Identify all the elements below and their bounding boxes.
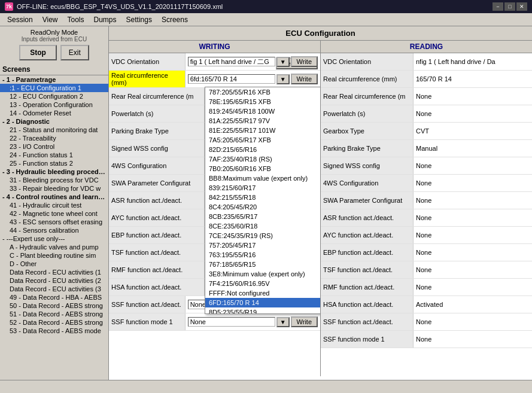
tree-item-4-control[interactable]: - 4 - Control routines and learning c — [0, 193, 108, 201]
tree-item-44-sensors-cal[interactable]: 44 - Sensors calibration — [0, 226, 108, 234]
tree-item-43-esc-sensors[interactable]: 43 - ESC sensors offset erasing — [0, 218, 108, 226]
tree-item-33-repair-bleeding[interactable]: 33 - Repair bleeding for VDC w — [0, 184, 108, 193]
writing-field-row-vdc-orientation: VDC Orientation▼Write — [109, 53, 320, 71]
dropdown-item-12[interactable]: 8C4:205/45/R20 — [205, 202, 321, 212]
writing-field-label-parking-brake: Parking Brake Type — [109, 123, 205, 139]
tree-item-42-magnetic[interactable]: 42 - Magnetic tone wheel cont — [0, 209, 108, 218]
tree-item-1-ecu-config-1[interactable]: :1 - ECU Configuration 1 — [0, 84, 108, 92]
dropdown-item-8[interactable]: 7B0:205/60/R16 XFB — [205, 164, 321, 173]
reading-field-label-r-powerlatch: Powerlatch (s) — [321, 105, 414, 122]
menu-dumps[interactable]: Dumps — [89, 14, 121, 25]
reading-field-label-r-real-circumference: Real circumference (mm) — [321, 71, 414, 87]
dropdown-item-1[interactable]: 78E:195/65/R15 XFB — [205, 97, 321, 106]
menu-settings[interactable]: Settings — [121, 14, 157, 25]
tree-item-D-other[interactable]: D - Other — [0, 260, 108, 268]
tree-container: - 1 - Parametrage:1 - ECU Configuration … — [0, 75, 108, 335]
menu-view[interactable]: View — [38, 14, 63, 25]
dropdown-item-2[interactable]: 819:245/45/R18 100W — [205, 106, 321, 116]
writing-input-real-circumference[interactable] — [188, 74, 275, 84]
reading-field-row-r-signed-wss: Signed WSS configNone — [321, 157, 532, 175]
menu-tools[interactable]: Tools — [63, 14, 89, 25]
writing-field-label-4ws-config: 4WS Configuration — [109, 157, 205, 174]
writing-input-ssf-function-mode[interactable] — [188, 317, 275, 327]
tree-item-52-data-aebs[interactable]: 52 - Data Record - AEBS strong — [0, 318, 108, 327]
dropdown-item-15[interactable]: 7CE:245/35/R19 (RS) — [205, 231, 321, 240]
tree-item-51-data-aebs[interactable]: 51 - Data Record - AEBS strong — [0, 310, 108, 318]
tree-item-49-data-hba[interactable]: 49 - Data Record - HBA - AEBS — [0, 293, 108, 301]
tree-item-C-plant[interactable]: C - Plant bleeding routine sim — [0, 251, 108, 260]
writing-input-vdc-orientation[interactable] — [188, 57, 275, 66]
dropdown-item-10[interactable]: 839:215/60/R17 — [205, 183, 321, 193]
tree-item-13-operation-config[interactable]: 13 - Operation Configuration — [0, 100, 108, 109]
dropdown-arrow-vdc-orientation[interactable]: ▼ — [276, 57, 290, 67]
tree-item-data-ecu-1[interactable]: Data Record - ECU activities (1 — [0, 268, 108, 276]
stop-button[interactable]: Stop — [19, 45, 57, 60]
dropdown-item-17[interactable]: 763:195/55/R16 — [205, 250, 321, 260]
menu-session[interactable]: Session — [2, 14, 38, 25]
dropdown-item-5[interactable]: 7A5:205/65/R17 XFB — [205, 135, 321, 145]
tree-item-50-data-aebs[interactable]: 50 - Data Record - AEBS strong — [0, 301, 108, 310]
reading-field-row-r-asr-function: ASR function act./deact.None — [321, 209, 532, 227]
dropdown-item-3[interactable]: 81A:225/55/R17 97V — [205, 116, 321, 126]
tree-item-25-function-status-2[interactable]: 25 - Function status 2 — [0, 159, 108, 167]
writing-field-row-real-circumference: Real circumference (mm)▼Write — [109, 71, 320, 88]
dropdown-arrow-ssf-function-mode[interactable]: ▼ — [276, 317, 290, 327]
reading-fields: VDC Orientationnfig 1 ( Left hand drive … — [321, 53, 532, 348]
reading-field-row-r-swa-param: SWA Parameter ConfiguratNone — [321, 192, 532, 209]
tree-item-data-ecu-3[interactable]: Data Record - ECU activities (3 — [0, 285, 108, 293]
dropdown-item-4[interactable]: 81E:225/55/R17 101W — [205, 126, 321, 135]
tree-item-41-hydraulic[interactable]: 41 - Hydraulic circuit test — [0, 201, 108, 209]
reading-field-row-r-hsa-function: HSA function act./deact.Activated — [321, 296, 532, 313]
dropdown-arrow-real-circumference[interactable]: ▼ — [276, 74, 290, 84]
circumference-dropdown[interactable]: 787:205/55/R16 XFB78E:195/65/R15 XFB819:… — [205, 87, 321, 314]
reading-field-value-r-gearbox: CVT — [414, 126, 532, 136]
writing-field-label-asr-function: ASR function act./deact. — [109, 192, 205, 209]
tree-item-21-status[interactable]: 21 - Status and monitoring dat — [0, 126, 108, 134]
dropdown-item-11[interactable]: 842:215/55/R18 — [205, 193, 321, 202]
reading-field-row-r-gearbox: Gearbox TypeCVT — [321, 123, 532, 140]
dropdown-item-22[interactable]: 6FD:165/70 R 14 — [205, 298, 321, 307]
tree-item-14-odometer-reset[interactable]: 14 - Odometer Reset — [0, 109, 108, 117]
menu-screens[interactable]: Screens — [157, 14, 193, 25]
exit-button[interactable]: Exit — [60, 45, 89, 60]
dropdown-item-18[interactable]: 767:185/65/R15 — [205, 260, 321, 269]
maximize-button[interactable]: □ — [504, 2, 515, 11]
reading-field-value-r-ssf-function: None — [414, 317, 532, 327]
tree-item-53-data-aebs[interactable]: 53 - Data Record - AEBS mode — [0, 327, 108, 335]
dropdown-item-6[interactable]: 82D:215/65/R16 — [205, 145, 321, 154]
dropdown-item-16[interactable]: 757:205/45/R17 — [205, 240, 321, 250]
dropdown-item-23[interactable]: 8D5:235/55/R19 — [205, 307, 321, 314]
writing-field-label-swa-param: SWA Parameter Configurat — [109, 175, 205, 191]
writing-field-value-real-circumference: ▼Write — [186, 72, 320, 86]
write-button-vdc-orientation[interactable]: Write — [291, 56, 318, 67]
dropdown-item-21[interactable]: FFFF:Not configured — [205, 288, 321, 298]
tree-item-A-hydraulic[interactable]: A - Hydraulic valves and pump — [0, 243, 108, 251]
status-bar — [0, 380, 532, 393]
tree-item-22-traceability[interactable]: 22 - Traceability — [0, 134, 108, 142]
menu-bar: Session View Tools Dumps Settings Screen… — [0, 13, 532, 26]
writing-panel: WRITING Reset SW VDC Orientation▼WriteRe… — [109, 41, 321, 376]
tree-item-1-parametrage[interactable]: - 1 - Parametrage — [0, 75, 108, 84]
write-button-ssf-function-mode[interactable]: Write — [291, 316, 318, 327]
dropdown-item-14[interactable]: 8CE:235/60/R18 — [205, 221, 321, 231]
reading-field-label-r-vdc-orientation: VDC Orientation — [321, 53, 414, 70]
tree-item-23-io-control[interactable]: 23 - I/O Control — [0, 142, 108, 151]
write-button-real-circumference[interactable]: Write — [291, 74, 318, 84]
tree-item-3-hydraulic[interactable]: - 3 - Hydraulic bleeding procedure — [0, 167, 108, 176]
reading-field-value-r-tsf-function: None — [414, 265, 532, 275]
dropdown-item-19[interactable]: 3E8:Minimum value (expert only) — [205, 269, 321, 279]
tree-item-12-ecu-config-2[interactable]: 12 - ECU Configuration 2 — [0, 92, 108, 100]
reading-header: READING — [321, 41, 532, 53]
dropdown-item-0[interactable]: 787:205/55/R16 XFB — [205, 87, 321, 97]
dropdown-item-20[interactable]: 7F4:215/60/R16.95V — [205, 279, 321, 288]
tree-item-24-function-status-1[interactable]: 24 - Function status 1 — [0, 151, 108, 159]
tree-item-31-bleeding[interactable]: 31 - Bleeding process for VDC — [0, 176, 108, 184]
dropdown-item-13[interactable]: 8CB:235/65/R17 — [205, 212, 321, 221]
dropdown-item-9[interactable]: BB8:Maximum value (expert only) — [205, 173, 321, 183]
tree-item-2-diagnostic[interactable]: - 2 - Diagnostic — [0, 117, 108, 126]
minimize-button[interactable]: − — [493, 2, 503, 11]
close-button[interactable]: ✕ — [516, 2, 527, 11]
dropdown-item-7[interactable]: 7AF:235/40/R18 (RS) — [205, 154, 321, 164]
tree-item-expert[interactable]: - ---Expert use only--- — [0, 234, 108, 243]
tree-item-data-ecu-2[interactable]: Data Record - ECU activities (2 — [0, 276, 108, 285]
